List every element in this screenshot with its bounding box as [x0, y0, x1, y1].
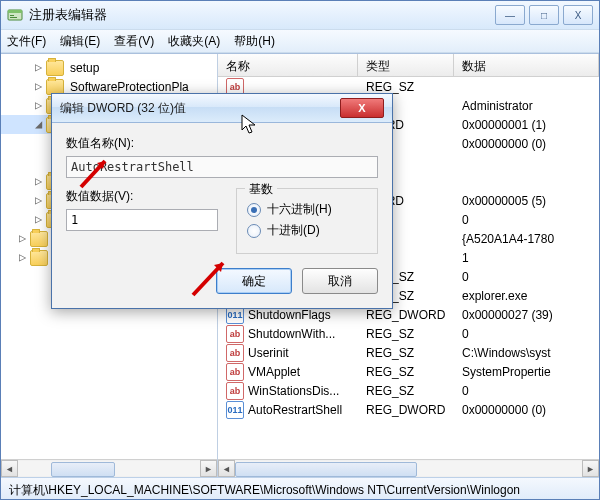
- radio-hex[interactable]: 十六进制(H): [247, 201, 367, 218]
- svg-rect-3: [10, 17, 17, 18]
- value-data-input[interactable]: [66, 209, 218, 231]
- expand-icon[interactable]: ◢: [33, 119, 44, 130]
- value-data: 0x00000027 (39): [454, 308, 599, 322]
- menu-view[interactable]: 查看(V): [114, 33, 154, 50]
- value-name: AutoRestrartShell: [248, 403, 342, 417]
- close-button[interactable]: X: [563, 5, 593, 25]
- string-value-icon: ab: [226, 325, 244, 343]
- value-data: Administrator: [454, 99, 599, 113]
- value-data: 0x00000000 (0): [454, 137, 599, 151]
- value-data: C:\Windows\syst: [454, 346, 599, 360]
- value-data: 1: [454, 251, 599, 265]
- col-type[interactable]: 类型: [358, 54, 454, 76]
- menubar: 文件(F) 编辑(E) 查看(V) 收藏夹(A) 帮助(H): [1, 29, 599, 53]
- menu-favorites[interactable]: 收藏夹(A): [168, 33, 220, 50]
- cancel-button[interactable]: 取消: [302, 268, 378, 294]
- base-legend: 基数: [245, 181, 277, 198]
- statusbar: 计算机\HKEY_LOCAL_MACHINE\SOFTWARE\Microsof…: [1, 477, 599, 499]
- menu-edit[interactable]: 编辑(E): [60, 33, 100, 50]
- string-value-icon: ab: [226, 344, 244, 362]
- value-name-label: 数值名称(N):: [66, 135, 378, 152]
- expand-icon[interactable]: ▷: [33, 214, 44, 225]
- string-value-icon: ab: [226, 382, 244, 400]
- value-type: REG_DWORD: [358, 308, 454, 322]
- tree-node[interactable]: ▷setup: [1, 58, 217, 77]
- value-type: REG_SZ: [358, 346, 454, 360]
- value-type: REG_DWORD: [358, 403, 454, 417]
- list-hscroll[interactable]: ◄ ►: [218, 459, 599, 477]
- titlebar[interactable]: 注册表编辑器 — □ X: [1, 1, 599, 29]
- value-name: VMApplet: [248, 365, 300, 379]
- menu-file[interactable]: 文件(F): [7, 33, 46, 50]
- menu-help[interactable]: 帮助(H): [234, 33, 275, 50]
- value-type: REG_SZ: [358, 327, 454, 341]
- value-name: ShutdownFlags: [248, 308, 331, 322]
- value-data: 0x00000005 (5): [454, 194, 599, 208]
- list-row[interactable]: abVMAppletREG_SZSystemPropertie: [218, 362, 599, 381]
- expand-icon[interactable]: ▷: [17, 233, 28, 244]
- regedit-window: 注册表编辑器 — □ X 文件(F) 编辑(E) 查看(V) 收藏夹(A) 帮助…: [0, 0, 600, 500]
- expand-icon[interactable]: ▷: [33, 195, 44, 206]
- expand-icon[interactable]: ▷: [33, 100, 44, 111]
- value-data: 0: [454, 213, 599, 227]
- radio-dec-button[interactable]: [247, 224, 261, 238]
- svg-rect-2: [10, 15, 14, 16]
- maximize-button[interactable]: □: [529, 5, 559, 25]
- list-header[interactable]: 名称 类型 数据: [218, 54, 599, 77]
- value-type: REG_SZ: [358, 365, 454, 379]
- value-data: 0: [454, 270, 599, 284]
- dialog-close-button[interactable]: X: [340, 98, 384, 118]
- value-data: 0x00000000 (0): [454, 403, 599, 417]
- list-row[interactable]: abUserinitREG_SZC:\Windows\syst: [218, 343, 599, 362]
- folder-icon: [30, 231, 48, 247]
- value-data: 0: [454, 327, 599, 341]
- folder-icon: [30, 250, 48, 266]
- window-buttons: — □ X: [495, 5, 593, 25]
- base-group: 基数 十六进制(H) 十进制(D): [236, 188, 378, 254]
- folder-icon: [46, 60, 64, 76]
- ok-button[interactable]: 确定: [216, 268, 292, 294]
- dialog-title: 编辑 DWORD (32 位)值: [60, 100, 340, 117]
- window-title: 注册表编辑器: [29, 6, 495, 24]
- value-data: {A520A1A4-1780: [454, 232, 599, 246]
- list-row[interactable]: abShutdownWith...REG_SZ0: [218, 324, 599, 343]
- string-value-icon: ab: [226, 363, 244, 381]
- tree-hscroll[interactable]: ◄ ►: [1, 459, 217, 477]
- value-data: SystemPropertie: [454, 365, 599, 379]
- value-data: 0x00000001 (1): [454, 118, 599, 132]
- dialog-titlebar[interactable]: 编辑 DWORD (32 位)值 X: [52, 94, 392, 123]
- list-row[interactable]: 011AutoRestrartShellREG_DWORD0x00000000 …: [218, 400, 599, 419]
- value-name: WinStationsDis...: [248, 384, 339, 398]
- value-type: REG_SZ: [358, 384, 454, 398]
- expand-icon[interactable]: ▷: [33, 176, 44, 187]
- value-data: explorer.exe: [454, 289, 599, 303]
- expand-icon[interactable]: ▷: [17, 252, 28, 263]
- tree-label: setup: [68, 61, 101, 75]
- value-name-input[interactable]: [66, 156, 378, 178]
- col-name[interactable]: 名称: [218, 54, 358, 76]
- value-data: 0: [454, 384, 599, 398]
- app-icon: [7, 7, 23, 23]
- value-name: ShutdownWith...: [248, 327, 335, 341]
- tree-label: SoftwareProtectionPla: [68, 80, 191, 94]
- minimize-button[interactable]: —: [495, 5, 525, 25]
- edit-dword-dialog: 编辑 DWORD (32 位)值 X 数值名称(N): 数值数据(V): 基数 …: [51, 93, 393, 309]
- radio-dec[interactable]: 十进制(D): [247, 222, 367, 239]
- col-data[interactable]: 数据: [454, 54, 599, 76]
- list-row[interactable]: abWinStationsDis...REG_SZ0: [218, 381, 599, 400]
- radio-hex-button[interactable]: [247, 203, 261, 217]
- expand-icon[interactable]: ▷: [33, 81, 44, 92]
- value-name: Userinit: [248, 346, 289, 360]
- value-data-label: 数值数据(V):: [66, 188, 218, 205]
- value-type: REG_SZ: [358, 80, 454, 94]
- binary-value-icon: 011: [226, 401, 244, 419]
- expand-icon[interactable]: ▷: [33, 62, 44, 73]
- svg-rect-1: [8, 10, 22, 13]
